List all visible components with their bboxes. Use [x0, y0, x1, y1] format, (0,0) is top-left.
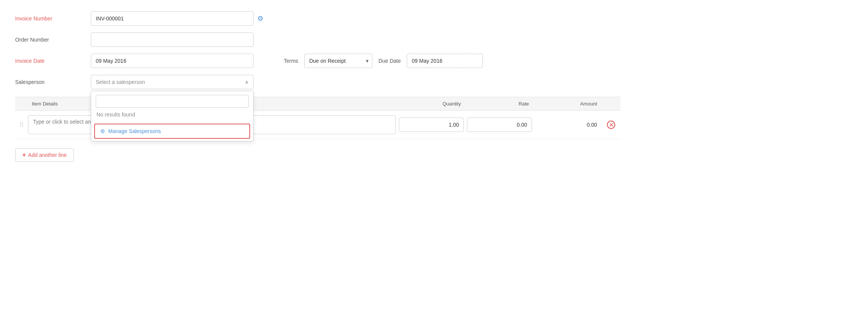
invoice-date-label: Invoice Date: [15, 58, 91, 64]
invoice-form: Invoice Number ⚙ Order Number Invoice Da…: [15, 11, 621, 162]
amount-value: 0.00: [534, 122, 602, 128]
add-another-line-button[interactable]: + Add another line: [15, 148, 74, 162]
terms-select-wrapper: Due on Receipt Net 15 Net 30 Net 45 Net …: [304, 54, 372, 68]
invoice-date-input[interactable]: [91, 54, 254, 68]
drag-handle-icon[interactable]: ⠿: [15, 121, 26, 129]
invoice-date-row: Invoice Date Terms Due on Receipt Net 15…: [15, 54, 621, 68]
no-results-text: No results found: [91, 108, 253, 121]
manage-salespersons-link[interactable]: ⚙ Manage Salespersons: [94, 124, 250, 139]
gear-icon: ⚙: [257, 15, 263, 22]
due-date-input[interactable]: [407, 54, 483, 68]
invoice-number-gear-button[interactable]: ⚙: [257, 14, 263, 23]
due-date-label: Due Date: [378, 58, 401, 64]
terms-label: Terms: [284, 58, 298, 64]
salesperson-row: Salesperson Select a salesperson ∧ No re…: [15, 75, 621, 89]
chevron-up-icon: ∧: [245, 79, 249, 85]
manage-salespersons-gear-icon: ⚙: [100, 128, 105, 134]
salesperson-placeholder: Select a salesperson: [96, 79, 145, 85]
add-another-line-label: Add another line: [28, 152, 67, 158]
salesperson-dropdown: No results found ⚙ Manage Salespersons: [91, 91, 254, 141]
salesperson-wrapper: Select a salesperson ∧ No results found …: [91, 75, 254, 89]
col-rate-header: Rate: [465, 101, 534, 107]
col-quantity-header: Quantity: [397, 101, 465, 107]
order-number-input[interactable]: [91, 33, 254, 47]
invoice-number-label: Invoice Number: [15, 16, 91, 22]
salesperson-label: Salesperson: [15, 79, 91, 85]
terms-select[interactable]: Due on Receipt Net 15 Net 30 Net 45 Net …: [304, 54, 372, 68]
rate-input[interactable]: [467, 118, 532, 132]
col-actions-header: [602, 101, 621, 107]
manage-salespersons-label: Manage Salespersons: [108, 128, 161, 134]
col-amount-header: Amount: [534, 101, 602, 107]
order-number-label: Order Number: [15, 37, 91, 43]
order-number-row: Order Number: [15, 33, 621, 47]
invoice-number-input[interactable]: [91, 11, 254, 26]
salesperson-search-input[interactable]: [96, 95, 249, 108]
plus-icon: +: [22, 152, 26, 158]
terms-due-section: Terms Due on Receipt Net 15 Net 30 Net 4…: [284, 54, 483, 68]
invoice-number-row: Invoice Number ⚙: [15, 11, 621, 26]
remove-line-button[interactable]: ✕: [602, 121, 621, 129]
remove-icon: ✕: [607, 121, 615, 129]
salesperson-toggle[interactable]: Select a salesperson ∧: [91, 75, 254, 89]
quantity-input[interactable]: [399, 118, 464, 132]
